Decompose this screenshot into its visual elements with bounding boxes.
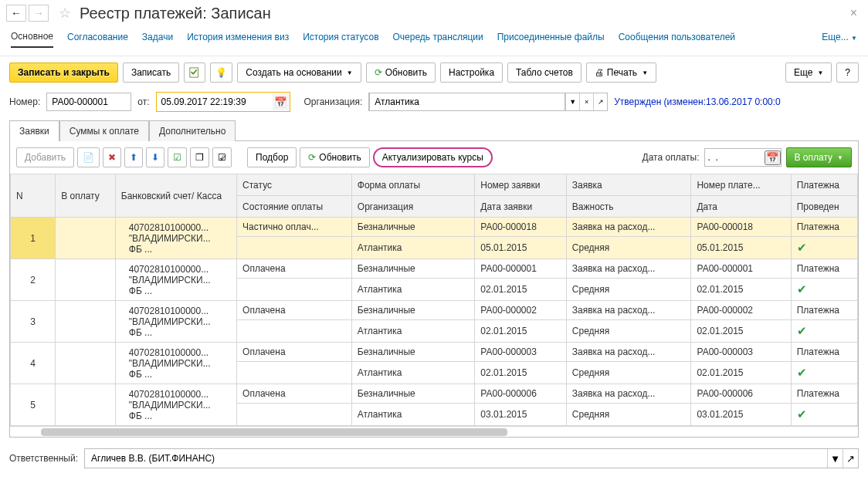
tab-requests[interactable]: Заявки xyxy=(9,120,59,141)
print-button[interactable]: 🖨 Печать▼ xyxy=(586,63,656,83)
linkbar-main[interactable]: Основное xyxy=(11,31,53,48)
linkbar-queue[interactable]: Очередь трансляции xyxy=(393,32,483,47)
save-button[interactable]: Записать xyxy=(123,63,179,83)
cell-payment: Платежна xyxy=(791,343,857,362)
col-form[interactable]: Форма оплаты xyxy=(351,174,474,196)
col-reqnum[interactable]: Номер заявки xyxy=(475,174,567,196)
table-row[interactable]: 540702810100000..."ВЛАДИМИРСКИ...ФБ ...О… xyxy=(11,384,858,404)
col-topay[interactable]: В оплату xyxy=(56,174,116,218)
horizontal-scrollbar[interactable] xyxy=(10,426,858,437)
org-open[interactable]: ↗ xyxy=(593,93,607,110)
more-button[interactable]: Еще▼ xyxy=(785,63,832,83)
select-button[interactable]: Подбор xyxy=(247,147,297,167)
number-label: Номер: xyxy=(9,96,40,107)
toggle-all-button[interactable]: ☑̷ xyxy=(212,147,232,167)
linkbar-approval[interactable]: Согласование xyxy=(67,32,128,47)
calendar-icon[interactable]: 📅 xyxy=(273,93,290,110)
org-dropdown[interactable]: ▼ xyxy=(565,93,579,110)
cell-topay[interactable] xyxy=(56,384,116,426)
add-button[interactable]: Добавить xyxy=(16,147,74,167)
date-input-wrap[interactable]: 📅 xyxy=(156,92,290,112)
cell-paystate xyxy=(237,404,352,426)
accounts-board-button[interactable]: Табло счетов xyxy=(507,63,581,83)
nav-fwd[interactable]: → xyxy=(29,5,49,22)
number-input[interactable] xyxy=(46,93,131,111)
col-posted[interactable]: Проведен xyxy=(791,196,857,218)
cell-reqnum: РА00-000003 xyxy=(475,343,567,362)
bulb-button[interactable]: 💡 xyxy=(210,63,232,83)
cell-topay[interactable] xyxy=(56,259,116,301)
col-status[interactable]: Статус xyxy=(237,174,352,196)
refresh-icon: ⟳ xyxy=(308,152,316,163)
col-paystate[interactable]: Состояние оплаты xyxy=(237,196,352,218)
paydate-calendar-icon[interactable]: 📅 xyxy=(765,150,781,165)
bulb-icon: 💡 xyxy=(215,67,227,78)
create-based-button[interactable]: Создать на основании▼ xyxy=(237,63,361,83)
cell-reqdate: 02.01.2015 xyxy=(475,279,567,301)
tab-extra[interactable]: Дополнительно xyxy=(149,120,236,141)
cell-paystate xyxy=(237,279,352,301)
refresh2-button[interactable]: ⟳ Обновить xyxy=(300,147,369,167)
date-input[interactable] xyxy=(157,93,273,110)
col-n[interactable]: N xyxy=(11,174,56,218)
col-payment[interactable]: Платежна xyxy=(791,174,857,196)
org-clear[interactable]: × xyxy=(579,93,593,110)
cell-form: Безналичные xyxy=(351,384,474,404)
tab-sums[interactable]: Суммы к оплате xyxy=(59,120,149,141)
col-date[interactable]: Дата xyxy=(691,196,791,218)
move-down-button[interactable]: ⬇ xyxy=(146,147,164,167)
table-row[interactable]: 340702810100000..."ВЛАДИМИРСКИ...ФБ ...О… xyxy=(11,301,858,320)
col-request[interactable]: Заявка xyxy=(566,174,691,196)
cell-topay[interactable] xyxy=(56,343,116,384)
approval-icon-button[interactable] xyxy=(184,63,205,83)
table-row[interactable]: 140702810100000..."ВЛАДИМИРСКИ...ФБ ...Ч… xyxy=(11,218,858,237)
cell-topay[interactable] xyxy=(56,218,116,259)
linkbar-tasks[interactable]: Задачи xyxy=(142,32,173,47)
table-row[interactable]: 440702810100000..."ВЛАДИМИРСКИ...ФБ ...О… xyxy=(11,343,858,362)
requests-grid[interactable]: N В оплату Банковский счет/ Касса Статус… xyxy=(10,174,858,437)
check-all-button[interactable]: ☑ xyxy=(168,147,187,167)
cell-reqnum: РА00-000018 xyxy=(475,218,567,237)
responsible-open[interactable]: ↗ xyxy=(843,449,858,468)
refresh-button[interactable]: ⟳ Обновить xyxy=(366,63,436,83)
cell-request: Заявка на расход... xyxy=(566,384,691,404)
col-paynum[interactable]: Номер плате... xyxy=(691,174,791,196)
move-up-button[interactable]: ⬆ xyxy=(124,147,143,167)
cell-posted: ✔ xyxy=(791,362,857,384)
col-priority[interactable]: Важность xyxy=(566,196,691,218)
cell-reqnum: РА00-000001 xyxy=(475,259,567,279)
help-button[interactable]: ? xyxy=(836,63,859,83)
delete-button[interactable]: ✖ xyxy=(103,147,121,167)
close-icon[interactable]: × xyxy=(846,6,862,20)
uncheck-all-button[interactable]: ❐ xyxy=(190,147,209,167)
cell-topay[interactable] xyxy=(56,301,116,343)
linkbar-status-history[interactable]: История статусов xyxy=(303,32,378,47)
nav-back[interactable]: ← xyxy=(6,5,26,22)
printer-icon: 🖨 xyxy=(595,67,604,78)
copy-stack-icon: ❐ xyxy=(195,152,204,163)
linkbar-approval-history[interactable]: История изменения виз xyxy=(187,32,289,47)
copy-button[interactable]: 📄 xyxy=(77,147,100,167)
favorite-star-icon[interactable]: ☆ xyxy=(56,5,73,22)
linkbar-messages[interactable]: Сообщения пользователей xyxy=(619,32,735,47)
save-close-button[interactable]: Записать и закрыть xyxy=(9,63,118,83)
paydate-input[interactable] xyxy=(705,149,765,166)
cell-reqdate: 02.01.2015 xyxy=(475,320,567,343)
responsible-input[interactable] xyxy=(85,449,827,468)
settings-button[interactable]: Настройка xyxy=(440,63,503,83)
col-org[interactable]: Организация xyxy=(351,196,474,218)
update-rates-button[interactable]: Актуализировать курсы xyxy=(373,147,493,167)
table-row[interactable]: 240702810100000..."ВЛАДИМИРСКИ...ФБ ...О… xyxy=(11,259,858,279)
col-reqdate[interactable]: Дата заявки xyxy=(475,196,567,218)
linkbar-more[interactable]: Еще... ▼ xyxy=(822,32,857,47)
col-acct[interactable]: Банковский счет/ Касса xyxy=(115,174,236,218)
responsible-dropdown[interactable]: ▼ xyxy=(827,449,843,468)
org-input[interactable] xyxy=(369,93,565,111)
cell-n: 3 xyxy=(11,301,56,343)
cell-request: Заявка на расход... xyxy=(566,259,691,279)
cell-n: 1 xyxy=(11,218,56,259)
to-pay-button[interactable]: В оплату▼ xyxy=(786,147,852,167)
cell-request: Заявка на расход... xyxy=(566,301,691,320)
cell-form: Безналичные xyxy=(351,343,474,362)
linkbar-files[interactable]: Присоединенные файлы xyxy=(497,32,605,47)
